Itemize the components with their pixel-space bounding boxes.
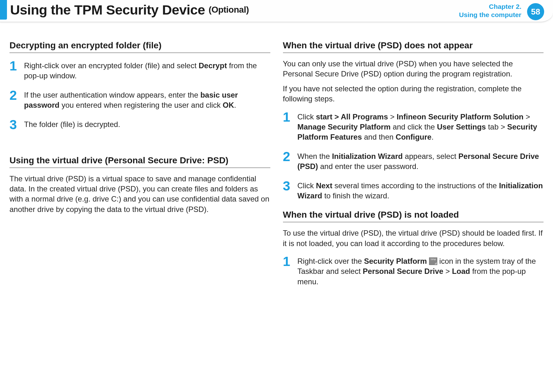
section-title-decrypting: Decrypting an encrypted folder (file): [9, 40, 270, 53]
step-1: 1 Click start > All Programs > Infineon …: [283, 112, 544, 142]
bold-infineon: Infineon Security Platform Solution: [396, 112, 523, 121]
step-text: and enter the user password.: [318, 162, 419, 171]
header-accent-tab: [0, 0, 7, 20]
step-3: 3 Click Next several times according to …: [283, 181, 544, 201]
step-text: several times according to the instructi…: [332, 181, 499, 190]
step-body: The folder (file) is decrypted.: [24, 119, 270, 130]
step-1: 1 Right-click over the Security Platform…: [283, 256, 544, 287]
steps-psd-not-appear: 1 Click start > All Programs > Infineon …: [283, 112, 544, 201]
step-text: to finish the wizard.: [322, 191, 389, 200]
step-text: Click: [298, 181, 316, 190]
chapter-line-2: Using the computer: [459, 11, 521, 19]
paragraph-psd-not-appear-2: If you have not selected the option duri…: [283, 84, 544, 104]
bold-start-all-programs: start > All Programs: [316, 112, 388, 121]
step-number: 2: [283, 150, 298, 163]
section-title-using-psd: Using the virtual drive (Personal Secure…: [9, 155, 270, 168]
steps-psd-not-loaded: 1 Right-click over the Security Platform…: [283, 256, 544, 287]
bold-init-wizard: Initialization Wizard: [332, 152, 403, 160]
step-body: If the user authentication window appear…: [24, 90, 270, 111]
step-text: >: [524, 112, 530, 121]
step-text: and click the: [390, 123, 437, 131]
step-text: .: [234, 101, 236, 109]
bold-next: Next: [316, 181, 332, 190]
step-number: 2: [9, 89, 24, 102]
bold-load: Load: [452, 267, 470, 275]
paragraph-psd-not-loaded: To use the virtual drive (PSD), the virt…: [283, 228, 544, 249]
step-text: If the user authentication window appear…: [24, 91, 200, 99]
step-number: 1: [283, 111, 298, 124]
step-text: tab >: [486, 123, 507, 131]
step-number: 3: [9, 118, 24, 131]
bold-security-platform: Security Platform: [364, 257, 427, 265]
step-text: and then: [362, 133, 396, 141]
page-header: Using the TPM Security Device (Optional)…: [0, 0, 553, 28]
step-body: Click start > All Programs > Infineon Se…: [298, 112, 544, 142]
step-text: >: [443, 267, 452, 275]
bold-decrypt: Decrypt: [199, 61, 227, 70]
step-number: 1: [9, 59, 24, 73]
step-1: 1 Right-click over an encrypted folder (…: [9, 61, 270, 81]
left-column: Decrypting an encrypted folder (file) 1 …: [9, 38, 270, 296]
step-text: .: [432, 133, 434, 141]
page-content: Decrypting an encrypted folder (file) 1 …: [0, 28, 553, 296]
bold-configure: Configure: [396, 133, 431, 141]
step-text: you entered when registering the user an…: [59, 101, 223, 109]
right-column: When the virtual drive (PSD) does not ap…: [283, 38, 544, 296]
steps-decrypting: 1 Right-click over an encrypted folder (…: [9, 61, 270, 131]
bold-ok: OK: [223, 101, 234, 109]
page-number: 58: [531, 7, 540, 17]
page-title-main: Using the TPM Security Device: [10, 2, 205, 17]
step-2: 2 When the Initialization Wizard appears…: [283, 151, 544, 172]
step-text: Click: [298, 112, 316, 121]
step-body: When the Initialization Wizard appears, …: [298, 151, 544, 172]
tpm-icon: TPM: [429, 257, 437, 265]
page-number-badge: 58: [527, 3, 544, 20]
section-title-psd-not-loaded: When the virtual drive (PSD) is not load…: [283, 210, 544, 222]
bold-user-settings: User Settings: [437, 123, 486, 131]
step-text: The folder (file) is decrypted.: [24, 120, 120, 129]
chapter-label: Chapter 2. Using the computer: [459, 3, 521, 19]
chapter-line-1: Chapter 2.: [459, 3, 521, 11]
bold-manage-platform: Manage Security Platform: [298, 123, 391, 131]
page-title-suffix: (Optional): [209, 5, 249, 15]
bold-personal-secure-drive: Personal Secure Drive: [363, 267, 443, 275]
paragraph-psd-not-appear-1: You can only use the virtual drive (PSD)…: [283, 59, 544, 79]
step-body: Right-click over an encrypted folder (fi…: [24, 61, 270, 81]
step-body: Right-click over the Security Platform T…: [298, 256, 544, 287]
step-text: appears, select: [403, 152, 458, 160]
step-3: 3 The folder (file) is decrypted.: [9, 119, 270, 131]
step-body: Click Next several times according to th…: [298, 181, 544, 201]
step-number: 1: [283, 255, 298, 268]
step-text: Right-click over the: [298, 257, 364, 265]
section-title-psd-not-appear: When the virtual drive (PSD) does not ap…: [283, 40, 544, 53]
page-title: Using the TPM Security Device (Optional): [10, 2, 249, 18]
step-text: Right-click over an encrypted folder (fi…: [24, 61, 199, 70]
step-number: 3: [283, 179, 298, 193]
step-text: >: [388, 112, 396, 121]
step-2: 2 If the user authentication window appe…: [9, 90, 270, 111]
paragraph-using-psd: The virtual drive (PSD) is a virtual spa…: [9, 174, 270, 215]
step-text: When the: [298, 152, 332, 160]
step-text: [427, 257, 429, 265]
